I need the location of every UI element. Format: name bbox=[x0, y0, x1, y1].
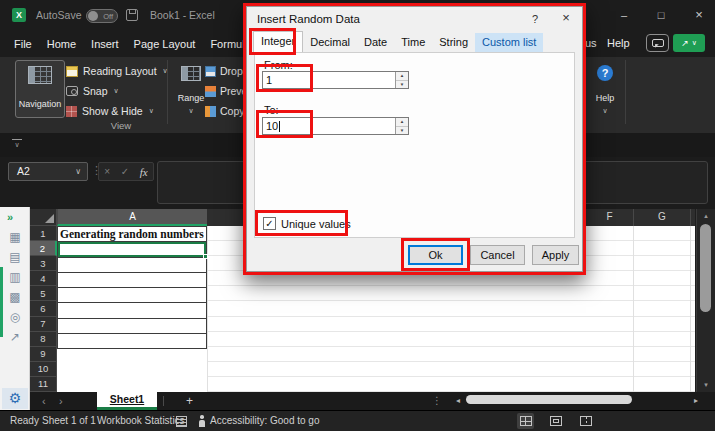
snap-button[interactable]: Snap ∨ bbox=[66, 83, 119, 99]
excel-logo-icon[interactable]: X bbox=[12, 8, 26, 22]
dialog-tab-time[interactable]: Time bbox=[394, 33, 432, 52]
unique-values-checkbox[interactable]: ✓ bbox=[263, 217, 276, 230]
row-header-9[interactable]: 9 bbox=[30, 347, 57, 362]
dialog-tab-string[interactable]: String bbox=[432, 33, 475, 52]
from-spinner[interactable]: ▲ ▼ bbox=[395, 72, 408, 88]
prevent-typing-button[interactable]: Preven bbox=[205, 83, 243, 99]
row-header-1[interactable]: 1 bbox=[30, 226, 57, 241]
row-header-10[interactable]: 10 bbox=[30, 362, 57, 377]
cell-A6[interactable] bbox=[57, 302, 207, 318]
show-hide-button[interactable]: Show & Hide ∨ bbox=[66, 103, 154, 119]
scroll-up-icon[interactable]: ▴ bbox=[697, 212, 715, 220]
normal-view-button[interactable] bbox=[517, 413, 534, 429]
spinner-up-icon[interactable]: ▲ bbox=[396, 72, 408, 81]
dialog-close-button[interactable]: × bbox=[558, 10, 574, 25]
scroll-right-icon[interactable]: ▸ bbox=[694, 396, 698, 405]
kutools-settings-button[interactable]: ⚙ bbox=[2, 388, 28, 409]
row-header-11[interactable]: 11 bbox=[30, 377, 57, 392]
vertical-scroll-thumb[interactable] bbox=[700, 224, 711, 312]
prev-sheet-icon[interactable]: ‹ bbox=[42, 395, 46, 407]
cell-A9[interactable] bbox=[57, 349, 207, 363]
accessibility-status[interactable]: Accessibility: Good to go bbox=[210, 415, 320, 426]
cell-A8[interactable] bbox=[57, 333, 207, 349]
menu-item-file[interactable]: File bbox=[14, 38, 32, 50]
cell-A3[interactable] bbox=[57, 257, 207, 273]
fill-handle[interactable] bbox=[203, 254, 208, 259]
row-header-7[interactable]: 7 bbox=[30, 317, 57, 332]
column-header-G[interactable]: G bbox=[633, 209, 690, 226]
spinner-down-icon[interactable]: ▼ bbox=[396, 127, 408, 135]
cell-A4[interactable] bbox=[57, 272, 207, 288]
scroll-left-icon[interactable]: ◂ bbox=[456, 396, 460, 405]
name-box[interactable]: A2 ∨ bbox=[8, 162, 88, 181]
cell-A7[interactable] bbox=[57, 318, 207, 334]
to-input[interactable]: 10 ▲ ▼ bbox=[262, 117, 409, 135]
navigation-button[interactable]: Navigation bbox=[15, 60, 65, 118]
row-header-3[interactable]: 3 bbox=[30, 256, 57, 271]
range-button[interactable]: Range ∨ bbox=[173, 60, 209, 118]
insert-function-icon[interactable]: fx bbox=[140, 166, 148, 178]
cancel-entry-icon[interactable]: × bbox=[104, 166, 110, 177]
menu-item-insert[interactable]: Insert bbox=[91, 38, 119, 50]
copy-ranges-button[interactable]: Copy R bbox=[205, 103, 243, 119]
cell-A2[interactable] bbox=[57, 241, 207, 257]
dialog-tab-integer[interactable]: Integer bbox=[253, 31, 303, 52]
menu-item-kutools-plus-clipped[interactable]: us bbox=[585, 37, 597, 49]
save-icon[interactable] bbox=[126, 9, 138, 21]
new-sheet-button[interactable]: + bbox=[186, 394, 193, 408]
workbook-icon[interactable]: ▦ bbox=[9, 231, 20, 243]
row-header-4[interactable]: 4 bbox=[30, 271, 57, 286]
next-sheet-icon[interactable]: › bbox=[59, 395, 63, 407]
columns-icon[interactable]: ▩ bbox=[9, 291, 20, 303]
autosave-toggle[interactable]: Off bbox=[86, 9, 118, 23]
cell-A11[interactable] bbox=[57, 378, 207, 392]
unique-values-option[interactable]: ✓ Unique values bbox=[263, 217, 351, 230]
share-button[interactable]: ↗ ∨ bbox=[673, 34, 705, 52]
maximize-button[interactable]: □ bbox=[646, 3, 676, 27]
expand-pane-icon[interactable]: » bbox=[7, 211, 13, 223]
close-button[interactable]: × bbox=[684, 3, 714, 27]
dialog-help-button[interactable]: ? bbox=[528, 13, 542, 25]
row-header-5[interactable]: 5 bbox=[30, 286, 57, 301]
row-header-8[interactable]: 8 bbox=[30, 332, 57, 347]
confirm-entry-icon[interactable]: ✓ bbox=[121, 166, 129, 177]
apply-button[interactable]: Apply bbox=[532, 245, 579, 265]
column-header-F[interactable]: F bbox=[585, 209, 633, 226]
dialog-tab-decimal[interactable]: Decimal bbox=[303, 33, 357, 52]
cell-A1[interactable]: Generating random numbers bbox=[57, 226, 207, 242]
spinner-down-icon[interactable]: ▼ bbox=[396, 81, 408, 89]
find-icon[interactable]: ◎ bbox=[10, 311, 20, 323]
drop-down-list-button[interactable]: Drop- bbox=[205, 63, 243, 79]
menu-item-help[interactable]: Help bbox=[607, 37, 630, 49]
reading-layout-button[interactable]: Reading Layout ∨ bbox=[66, 63, 168, 79]
note-icon[interactable]: ▤ bbox=[9, 251, 20, 263]
workbook-statistics-icon[interactable] bbox=[176, 416, 187, 427]
scroll-down-icon[interactable]: ▾ bbox=[697, 381, 715, 389]
dialog-tab-date[interactable]: Date bbox=[357, 33, 394, 52]
to-spinner[interactable]: ▲ ▼ bbox=[395, 118, 408, 134]
comments-button[interactable] bbox=[646, 34, 669, 52]
column-header-A[interactable]: A bbox=[57, 209, 207, 226]
row-header-2[interactable]: 2 bbox=[30, 241, 57, 256]
external-link-icon[interactable]: ↗ bbox=[10, 331, 20, 343]
select-all-corner[interactable] bbox=[30, 209, 57, 226]
menu-item-page-layout[interactable]: Page Layout bbox=[134, 38, 196, 50]
spinner-up-icon[interactable]: ▲ bbox=[396, 118, 408, 127]
dialog-tab-custom-list[interactable]: Custom list bbox=[475, 33, 543, 52]
ribbon-pin-icon[interactable]: ∨ bbox=[12, 139, 22, 149]
page-layout-view-button[interactable] bbox=[547, 413, 564, 429]
ok-button[interactable]: Ok bbox=[408, 245, 463, 265]
horizontal-scroll-thumb[interactable] bbox=[466, 395, 632, 404]
row-header-6[interactable]: 6 bbox=[30, 301, 57, 316]
sheet-tab-sheet1[interactable]: Sheet1 bbox=[97, 392, 157, 410]
print-icon[interactable]: ▥ bbox=[9, 271, 20, 283]
vertical-scrollbar[interactable]: ▴ ▾ bbox=[696, 209, 715, 392]
menu-item-home[interactable]: Home bbox=[47, 38, 76, 50]
page-break-view-button[interactable] bbox=[577, 413, 594, 429]
cancel-button[interactable]: Cancel bbox=[470, 245, 525, 265]
workbook-statistics-button[interactable]: Workbook Statistics bbox=[97, 415, 185, 426]
help-button[interactable]: ? Help ∨ bbox=[587, 60, 623, 118]
cell-A5[interactable] bbox=[57, 287, 207, 303]
minimize-button[interactable]: – bbox=[609, 3, 639, 27]
cell-A10[interactable] bbox=[57, 363, 207, 377]
